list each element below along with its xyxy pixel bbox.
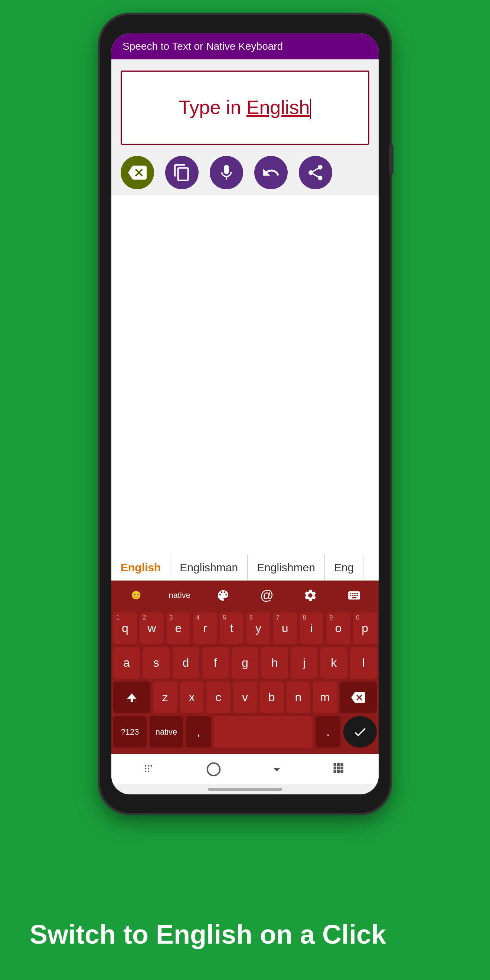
- copy-button[interactable]: [165, 156, 199, 189]
- app-top-bar: Speech to Text or Native Keyboard: [111, 33, 379, 59]
- key-a[interactable]: a: [113, 647, 140, 679]
- suggestion-englishmen[interactable]: Englishmen: [248, 555, 325, 580]
- settings-button[interactable]: [290, 584, 331, 608]
- grid-nav-button[interactable]: [331, 761, 348, 778]
- key-f[interactable]: f: [202, 647, 229, 679]
- key-v[interactable]: v: [233, 681, 257, 713]
- key-backspace[interactable]: [340, 681, 377, 713]
- text-cursor: [310, 99, 311, 119]
- palette-button[interactable]: [202, 584, 244, 608]
- key-m[interactable]: m: [313, 681, 337, 713]
- keyboard-icon-button[interactable]: [333, 584, 375, 608]
- key-s[interactable]: s: [143, 647, 170, 679]
- suggestions-bar: English Englishman Englishmen Eng: [111, 555, 379, 581]
- keyboard-area: 1q 2w 3e 4r 5t 6y 7u 8i 9o 0p a s: [111, 610, 379, 754]
- key-comma[interactable]: ,: [186, 716, 211, 748]
- key-h[interactable]: h: [261, 647, 288, 679]
- key-row-3: z x c v b n m: [113, 681, 377, 713]
- key-t[interactable]: 5t: [220, 612, 243, 644]
- svg-point-0: [207, 763, 220, 775]
- key-x[interactable]: x: [180, 681, 204, 713]
- text-prefix: Type in: [179, 97, 247, 118]
- key-r[interactable]: 4r: [193, 612, 217, 644]
- bottom-text-area: Switch to English on a Click: [0, 918, 490, 950]
- keyboard-toolbar: 😊 native @: [111, 581, 379, 610]
- key-c[interactable]: c: [207, 681, 230, 713]
- key-numbers[interactable]: ?123: [113, 716, 146, 748]
- undo-button[interactable]: [254, 156, 288, 189]
- key-i[interactable]: 8i: [300, 612, 324, 644]
- phone-body: Speech to Text or Native Keyboard Type i…: [100, 15, 390, 813]
- app-title: Speech to Text or Native Keyboard: [123, 40, 283, 52]
- phone-container: Speech to Text or Native Keyboard Type i…: [100, 15, 390, 832]
- key-native[interactable]: native: [150, 716, 183, 748]
- share-button[interactable]: [299, 156, 332, 189]
- phone-screen: Speech to Text or Native Keyboard Type i…: [111, 33, 379, 794]
- key-g[interactable]: g: [232, 647, 258, 679]
- key-enter[interactable]: [344, 716, 377, 748]
- volume-button: [389, 145, 393, 175]
- key-z[interactable]: z: [153, 681, 177, 713]
- key-p[interactable]: 0p: [353, 612, 377, 644]
- text-input-area[interactable]: Type in English: [121, 70, 369, 145]
- key-row-1: 1q 2w 3e 4r 5t 6y 7u 8i 9o 0p: [113, 612, 377, 644]
- bottom-headline: Switch to English on a Click: [30, 918, 460, 950]
- key-period[interactable]: .: [315, 716, 340, 748]
- home-nav-button[interactable]: [205, 761, 222, 778]
- mic-button[interactable]: [210, 156, 243, 189]
- suggestion-english[interactable]: English: [111, 555, 170, 580]
- action-buttons-row: [111, 150, 379, 195]
- emoji-button[interactable]: 😊: [115, 584, 157, 608]
- middle-area: [111, 195, 379, 555]
- key-shift[interactable]: [113, 681, 150, 713]
- delete-button[interactable]: [121, 156, 154, 189]
- nav-bar: [111, 754, 379, 784]
- key-l[interactable]: l: [350, 647, 377, 679]
- text-word: English: [247, 97, 310, 118]
- key-e[interactable]: 3e: [167, 612, 191, 644]
- key-row-2: a s d f g h j k l: [113, 647, 377, 679]
- key-o[interactable]: 9o: [326, 612, 350, 644]
- key-k[interactable]: k: [320, 647, 347, 679]
- key-j[interactable]: j: [291, 647, 318, 679]
- suggestion-englishman[interactable]: Englishman: [170, 555, 248, 580]
- at-button[interactable]: @: [246, 584, 288, 608]
- back-nav-button[interactable]: [142, 761, 159, 778]
- key-b[interactable]: b: [260, 681, 283, 713]
- key-u[interactable]: 7u: [273, 612, 297, 644]
- key-q[interactable]: 1q: [113, 612, 137, 644]
- key-row-4: ?123 native , .: [113, 716, 377, 748]
- suggestion-eng[interactable]: Eng: [325, 555, 363, 580]
- home-bar-indicator: [208, 788, 282, 791]
- key-n[interactable]: n: [286, 681, 310, 713]
- key-space[interactable]: [214, 716, 313, 748]
- toolbar-native-button[interactable]: native: [159, 584, 201, 608]
- key-w[interactable]: 2w: [140, 612, 164, 644]
- down-nav-button[interactable]: [268, 761, 285, 778]
- key-y[interactable]: 6y: [247, 612, 270, 644]
- text-input-content: Type in English: [179, 96, 312, 119]
- key-d[interactable]: d: [173, 647, 199, 679]
